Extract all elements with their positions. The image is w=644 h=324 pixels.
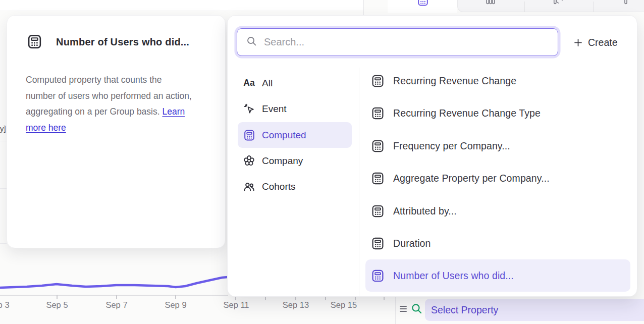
category-list-divider [359, 68, 359, 297]
tab-columns[interactable] [485, 0, 496, 7]
category-all[interactable]: Aa All [238, 70, 352, 96]
trend-chart [0, 272, 233, 298]
axis-tick [295, 297, 296, 300]
property-picker-popover: Create Aa All Event [227, 15, 637, 297]
category-company[interactable]: Company [238, 148, 352, 174]
tab-separator [593, 2, 594, 12]
category-cohorts[interactable]: Cohorts [238, 174, 352, 199]
category-label: Company [262, 155, 303, 167]
app-screen: y] [0, 0, 644, 324]
axis-tick [325, 297, 326, 300]
left-panel-divider [0, 188, 7, 189]
search-box [237, 28, 558, 56]
select-property-label: Select Property [425, 299, 644, 321]
property-label: Duration [393, 238, 431, 249]
event-cursor-icon [243, 102, 255, 115]
category-label: Cohorts [262, 181, 296, 192]
calculator-icon [371, 237, 385, 250]
clipped-text-fragment: y] [0, 124, 6, 133]
top-bar-fragment [0, 0, 363, 11]
learn-more-link[interactable]: Learn [162, 106, 185, 117]
calculator-icon [371, 74, 385, 88]
tooltip-description: Computed property that counts the number… [26, 72, 213, 136]
x-tick-label: Sep 11 [215, 300, 257, 310]
calculator-icon [371, 106, 385, 120]
calculator-icon [371, 204, 385, 218]
axis-tick [265, 297, 266, 300]
x-tick-label: Sep 7 [95, 300, 138, 310]
axis-tick [355, 297, 356, 300]
property-tooltip-card: Number of Users who did... Computed prop… [7, 15, 226, 248]
create-button[interactable]: Create [573, 35, 618, 50]
left-panel-divider [0, 243, 7, 244]
axis-tick [235, 297, 236, 300]
drag-handle-icon[interactable] [400, 306, 407, 312]
calculator-icon [371, 172, 385, 185]
property-list-item[interactable]: Recurring Revenue Change [365, 65, 630, 97]
property-label: Recurring Revenue Change Type [393, 107, 541, 119]
search-input[interactable] [257, 29, 558, 56]
property-list-item-selected[interactable]: Number of Users who did... [365, 259, 630, 292]
property-label: Recurring Revenue Change [393, 75, 516, 87]
property-list-item[interactable]: Recurring Revenue Change Type [365, 97, 630, 129]
property-list-item[interactable]: Frequency per Company... [365, 130, 630, 162]
calculator-icon [417, 0, 429, 7]
category-computed[interactable]: Computed [238, 122, 352, 148]
calculator-icon [371, 139, 385, 153]
property-list-item[interactable]: Duration [365, 227, 630, 259]
plus-icon [573, 38, 583, 47]
tab-computed-active[interactable] [388, 0, 457, 13]
x-tick-label: Sep 9 [154, 300, 197, 310]
property-label: Frequency per Company... [393, 140, 510, 152]
category-event[interactable]: Event [238, 96, 352, 122]
axis-tick [384, 297, 385, 300]
category-label: Computed [262, 130, 306, 141]
tooltip-title: Number of Users who did... [56, 36, 189, 48]
panel-border [363, 0, 364, 15]
left-panel-divider [0, 141, 7, 141]
tab-separator [524, 2, 525, 12]
category-label: Event [262, 103, 287, 115]
tab-marker[interactable] [620, 0, 631, 7]
description-line: aggregating on a per Group basis. Learn [26, 104, 213, 120]
x-axis [0, 295, 228, 296]
axis-tick [57, 295, 58, 299]
learn-more-link[interactable]: more here [26, 123, 66, 133]
property-label: Attributed by... [393, 205, 457, 217]
calculator-icon [371, 269, 385, 283]
description-line: Computed property that counts the [26, 72, 213, 88]
calculator-icon [27, 34, 42, 51]
property-list-item[interactable]: Attributed by... [365, 195, 630, 227]
x-tick-label: Sep 5 [36, 300, 78, 310]
description-line: more here [26, 120, 213, 136]
calculator-icon [243, 129, 255, 141]
company-clover-icon [243, 154, 255, 167]
property-label: Number of Users who did... [393, 270, 514, 282]
x-tick-label: Sep 15 [323, 300, 365, 310]
create-button-label: Create [588, 37, 618, 48]
select-property-button[interactable]: Select Property [425, 299, 644, 321]
tab-retention-loop[interactable] [553, 0, 564, 7]
property-search-icon[interactable] [410, 302, 423, 317]
description-line: number of users who performed an action, [26, 88, 213, 104]
category-label: All [262, 78, 273, 89]
axis-tick [175, 295, 176, 299]
x-tick-label: Sep 3 [0, 300, 20, 310]
trend-line [0, 277, 233, 288]
axis-tick [116, 295, 117, 299]
property-list-item[interactable]: Aggregate Property per Company... [365, 162, 630, 194]
search-icon [246, 35, 257, 49]
panel-border [395, 297, 396, 324]
Aa-icon: Aa [243, 77, 255, 89]
cohorts-people-icon [243, 180, 255, 193]
property-label: Aggregate Property per Company... [393, 173, 550, 184]
x-tick-label: Sep 13 [275, 300, 317, 310]
